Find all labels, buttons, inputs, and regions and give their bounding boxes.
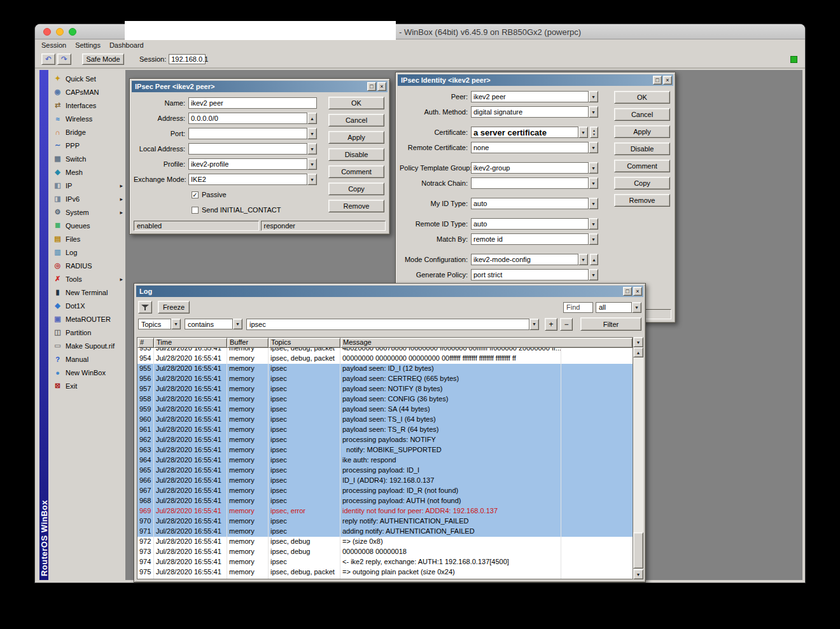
sidebar-item-interfaces[interactable]: ⇄Interfaces: [48, 99, 125, 112]
notrack-chain-field[interactable]: [471, 177, 589, 189]
disable-button[interactable]: Disable: [328, 148, 384, 161]
mode-configuration-up-icon[interactable]: ▲: [590, 254, 598, 265]
remote-id-type-dropdown-icon[interactable]: ▼: [589, 218, 598, 230]
log-row[interactable]: 967Jul/28/2020 16:55:41memoryipsecproces…: [137, 486, 633, 496]
add-filter-button[interactable]: +: [545, 318, 557, 331]
remove-filter-button[interactable]: −: [560, 318, 573, 331]
log-row[interactable]: 972Jul/28/2020 16:55:41memoryipsec, debu…: [137, 537, 633, 547]
notrack-chain-dropdown-icon[interactable]: ▼: [589, 177, 598, 189]
scroll-thumb[interactable]: [633, 532, 643, 569]
sidebar-item-system[interactable]: ⚙System▸: [48, 205, 125, 219]
auth-method-dropdown-icon[interactable]: ▼: [589, 106, 598, 118]
my-id-type-dropdown-icon[interactable]: ▼: [589, 198, 598, 209]
sidebar-item-switch[interactable]: ▦Switch: [48, 152, 125, 165]
redo-button[interactable]: ↷: [57, 53, 71, 65]
sidebar-item-tools[interactable]: ✗Tools▸: [48, 272, 125, 286]
column-header-time[interactable]: Time: [154, 338, 227, 348]
safe-mode-button[interactable]: Safe Mode: [82, 53, 124, 65]
sidebar-item-ipv6[interactable]: ◨IPv6▸: [48, 192, 125, 205]
name-field[interactable]: ikev2 peer: [188, 97, 317, 109]
log-row[interactable]: 954Jul/28/2020 16:55:41memoryipsec, debu…: [137, 354, 633, 364]
sidebar-item-make-supout-rif[interactable]: ▭Make Supout.rif: [48, 339, 125, 352]
session-address-field[interactable]: 192.168.0.1: [169, 54, 206, 64]
profile-dropdown-icon[interactable]: ▼: [307, 158, 317, 170]
sidebar-item-queues[interactable]: ≣Queues: [48, 219, 125, 232]
close-icon[interactable]: ×: [633, 287, 642, 296]
log-row[interactable]: 966Jul/28/2020 16:55:41memoryipsecID_I (…: [137, 476, 633, 486]
address-spin-up-icon[interactable]: ▲: [307, 113, 317, 124]
mode-configuration-dropdown-icon[interactable]: ▼: [578, 254, 588, 265]
exchange-mode-field[interactable]: IKE2: [188, 174, 307, 185]
log-row[interactable]: 968Jul/28/2020 16:55:41memoryipsecproces…: [137, 496, 633, 506]
log-row[interactable]: 973Jul/28/2020 16:55:41memoryipsec, debu…: [137, 547, 633, 557]
log-row[interactable]: 970Jul/28/2020 16:55:41memoryipsecreply …: [137, 516, 633, 527]
peer-dropdown-icon[interactable]: ▼: [589, 91, 598, 102]
log-row[interactable]: 969Jul/28/2020 16:55:41memoryipsec, erro…: [137, 506, 633, 516]
local-address-dropdown-icon[interactable]: ▼: [307, 143, 317, 155]
filter-value-dropdown-icon[interactable]: ▼: [529, 319, 539, 330]
exchange-mode-dropdown-icon[interactable]: ▼: [307, 174, 317, 185]
ok-button[interactable]: OK: [328, 97, 384, 109]
profile-field[interactable]: ikev2-profile: [188, 158, 307, 170]
sidebar-item-partition[interactable]: ◫Partition: [48, 326, 125, 339]
certificate-field[interactable]: a server certificate: [471, 127, 578, 138]
port-dropdown-icon[interactable]: ▼: [307, 128, 317, 139]
sidebar-item-files[interactable]: ▤Files: [48, 232, 125, 245]
remote-id-type-field[interactable]: auto: [471, 218, 589, 230]
sidebar-item-ip[interactable]: ◧IP▸: [48, 179, 125, 192]
generate-policy-dropdown-icon[interactable]: ▼: [589, 269, 598, 280]
copy-button[interactable]: Copy: [614, 177, 670, 190]
certificate-dropdown-icon[interactable]: ▼: [578, 127, 588, 138]
log-row[interactable]: 960Jul/28/2020 16:55:41memoryipsecpayloa…: [137, 415, 633, 425]
filter-value-input[interactable]: ipsec: [246, 319, 529, 330]
sidebar-item-dot1x[interactable]: ◆Dot1X: [48, 299, 125, 312]
log-scrollbar[interactable]: ▼ ▲ ▼: [633, 337, 643, 579]
cancel-button[interactable]: Cancel: [614, 108, 670, 121]
log-row[interactable]: 956Jul/28/2020 16:55:41memoryipsecpayloa…: [137, 374, 633, 384]
certificate-updown-icon[interactable]: ▲▼: [590, 127, 598, 138]
log-row[interactable]: 974Jul/28/2020 16:55:41memoryipsec<- ike…: [137, 557, 633, 567]
sidebar-item-log[interactable]: ▥Log: [48, 245, 125, 259]
log-row[interactable]: 953Jul/28/2020 16:55:41memoryipsec, debu…: [137, 348, 633, 354]
sidebar-item-ppp[interactable]: ∼PPP: [48, 139, 125, 152]
mac-minimize-button[interactable]: [56, 28, 64, 36]
policy-template-group-dropdown-icon[interactable]: ▼: [589, 162, 598, 174]
log-row[interactable]: 963Jul/28/2020 16:55:41memoryipsec notif…: [137, 445, 633, 455]
mode-configuration-field[interactable]: ikev2-mode-config: [471, 254, 578, 265]
log-row[interactable]: 957Jul/28/2020 16:55:41memoryipsecpayloa…: [137, 384, 633, 394]
log-row[interactable]: 971Jul/28/2020 16:55:41memoryipsecadding…: [137, 527, 633, 537]
filter-op-dropdown-icon[interactable]: ▼: [233, 319, 242, 329]
sidebar-item-bridge[interactable]: ∩Bridge: [48, 125, 125, 139]
local-address-field[interactable]: [188, 143, 307, 155]
column-select-icon[interactable]: ▼: [633, 337, 643, 347]
match-by-field[interactable]: remote id: [471, 233, 589, 245]
apply-button[interactable]: Apply: [614, 125, 670, 138]
log-row[interactable]: 959Jul/28/2020 16:55:41memoryipsecpayloa…: [137, 404, 633, 415]
close-icon[interactable]: ×: [377, 82, 386, 91]
log-row[interactable]: 976Jul/28/2020 16:55:41memoryipsec, debu…: [137, 577, 633, 579]
sidebar-item-exit[interactable]: ⊠Exit: [48, 379, 125, 392]
remote-certificate-dropdown-icon[interactable]: ▼: [589, 142, 598, 153]
log-row[interactable]: 964Jul/28/2020 16:55:41memoryipsecike au…: [137, 455, 633, 466]
menu-session[interactable]: Session: [41, 41, 66, 49]
cancel-button[interactable]: Cancel: [328, 114, 384, 127]
column-header-topics[interactable]: Topics: [269, 338, 340, 348]
column-header-[interactable]: #: [137, 338, 154, 348]
policy-template-group-field[interactable]: ikev2-group: [471, 162, 589, 174]
severity-dropdown-icon[interactable]: ▼: [632, 302, 641, 313]
filter-button[interactable]: Filter: [580, 317, 641, 331]
log-row[interactable]: 958Jul/28/2020 16:55:41memoryipsecpayloa…: [137, 394, 633, 404]
sidebar-item-capsman[interactable]: ◉CAPsMAN: [48, 85, 125, 99]
mac-zoom-button[interactable]: [69, 28, 76, 36]
log-row[interactable]: 965Jul/28/2020 16:55:41memoryipsecproces…: [137, 466, 633, 476]
log-row[interactable]: 962Jul/28/2020 16:55:41memoryipsecproces…: [137, 435, 633, 445]
disable-button[interactable]: Disable: [614, 142, 670, 155]
sidebar-item-wireless[interactable]: ≈Wireless: [48, 112, 125, 125]
sidebar-item-mesh[interactable]: ◈Mesh: [48, 165, 125, 179]
sidebar-item-metarouter[interactable]: ▣MetaROUTER: [48, 312, 125, 326]
scroll-up-icon[interactable]: ▲: [633, 347, 643, 357]
apply-button[interactable]: Apply: [328, 131, 384, 144]
sidebar-item-radius[interactable]: ◎RADIUS: [48, 259, 125, 272]
column-header-message[interactable]: Message: [340, 338, 633, 348]
ok-button[interactable]: OK: [614, 91, 670, 104]
